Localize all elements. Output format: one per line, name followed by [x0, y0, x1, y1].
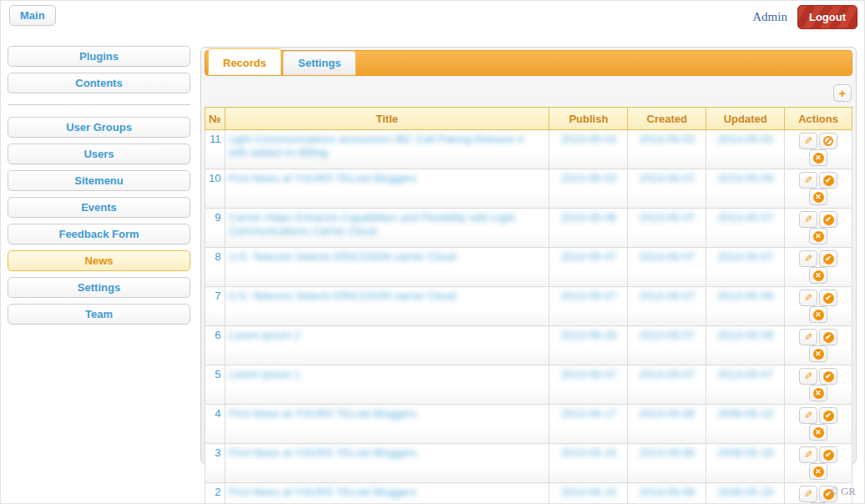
- publish-toggle-button[interactable]: ✔: [819, 446, 837, 463]
- sidebar-item-news[interactable]: News: [8, 250, 190, 271]
- record-number: 10: [205, 169, 225, 209]
- updated-date-text: 2013-05-09: [717, 172, 773, 185]
- delete-button[interactable]: ✕: [809, 189, 827, 205]
- record-number: 3: [205, 444, 225, 483]
- record-created-date: 2013-05-07: [628, 365, 706, 405]
- col-header-title: Title: [225, 108, 549, 130]
- tab-records[interactable]: Records: [208, 48, 281, 75]
- add-record-button[interactable]: +: [833, 84, 852, 102]
- table-row: 3First News at YOURS TELnet Bloggers2013…: [205, 444, 852, 483]
- edit-button[interactable]: ✎: [799, 250, 817, 267]
- edit-button[interactable]: ✎: [799, 446, 817, 463]
- edit-button[interactable]: ✎: [799, 368, 817, 385]
- col-header-updated: Updated: [706, 108, 785, 130]
- updated-date-text: 2008-05-19: [717, 407, 773, 421]
- records-table: № Title Publish Created Updated Actions …: [205, 107, 852, 504]
- edit-pencil-icon: ✎: [804, 332, 812, 342]
- record-title-link[interactable]: First News at YOURS TELnet Bloggers: [229, 407, 417, 421]
- record-title-link[interactable]: Light Communications announces IBC Call …: [229, 133, 546, 159]
- edit-pencil-icon: ✎: [804, 411, 812, 421]
- record-number: 11: [205, 130, 225, 169]
- published-check-icon: ✔: [823, 332, 834, 343]
- delete-button[interactable]: ✕: [809, 424, 827, 441]
- record-updated-date: 2013-05-09: [706, 169, 785, 209]
- record-actions-cell: ✎✔✕: [785, 326, 852, 365]
- main-button[interactable]: Main: [9, 5, 56, 26]
- record-actions-cell: ✎✔✕: [785, 444, 852, 483]
- sidebar: Plugins Contents User Groups Users Sitem…: [8, 46, 190, 330]
- publish-toggle-button[interactable]: ✔: [819, 329, 837, 345]
- sidebar-item-feedback-form[interactable]: Feedback Form: [8, 224, 190, 244]
- delete-button[interactable]: ✕: [809, 306, 827, 323]
- record-title-link[interactable]: First News at YOURS TELnet Bloggers: [229, 446, 417, 460]
- admin-link[interactable]: Admin: [752, 10, 787, 24]
- record-title-cell: U.S. Telecom Selects ERICSSON carrier Cl…: [225, 248, 549, 287]
- publish-date-text: 2013-05-07: [561, 368, 617, 381]
- delete-button[interactable]: ✕: [809, 385, 827, 401]
- record-title-link[interactable]: First News at YOURS TELnet Bloggers: [229, 172, 417, 185]
- sidebar-item-users[interactable]: Users: [8, 144, 190, 164]
- edit-button[interactable]: ✎: [799, 329, 817, 345]
- updated-date-text: 2013-05-07: [717, 250, 773, 264]
- sidebar-item-sitemenu[interactable]: Sitemenu: [8, 170, 190, 191]
- edit-pencil-icon: ✎: [804, 175, 812, 185]
- created-date-text: 2013-05-07: [640, 368, 696, 381]
- delete-button[interactable]: ✕: [809, 228, 827, 244]
- published-check-icon: ✔: [823, 371, 834, 382]
- edit-pencil-icon: ✎: [804, 450, 812, 460]
- edit-pencil-icon: ✎: [804, 214, 812, 224]
- logout-button[interactable]: Logout: [797, 5, 857, 29]
- delete-button[interactable]: ✕: [809, 267, 827, 284]
- record-actions-cell: ✎✔✕: [785, 405, 852, 444]
- record-title-cell: First News at YOURS TELnet Bloggers: [225, 169, 549, 209]
- publish-toggle-button[interactable]: ✔: [819, 368, 837, 385]
- record-title-link[interactable]: U.S. Telecom Selects ERICSSON carrier Cl…: [229, 250, 457, 264]
- created-date-text: 2013-05-07: [640, 250, 696, 264]
- published-check-icon: ✔: [823, 411, 834, 421]
- record-title-link[interactable]: Carrier Helps Enhance Capabilities and F…: [229, 211, 546, 238]
- edit-button[interactable]: ✎: [799, 486, 817, 502]
- record-number: 4: [205, 405, 225, 444]
- sidebar-item-plugins[interactable]: Plugins: [8, 46, 190, 67]
- record-title-link[interactable]: Lorem ipsum 1: [229, 368, 301, 381]
- created-date-text: 2013-05-08: [640, 486, 696, 499]
- publish-toggle-button[interactable]: ✔: [819, 250, 837, 267]
- record-title-cell: Lorem ipsum 1: [225, 365, 549, 405]
- sidebar-item-events[interactable]: Events: [8, 197, 190, 218]
- delete-button[interactable]: ✕: [809, 345, 827, 362]
- record-updated-date: 2013-05-07: [706, 365, 785, 405]
- publish-date-text: 2013-05-07: [561, 290, 617, 303]
- publish-toggle-button[interactable]: ✔: [819, 172, 837, 189]
- updated-date-text: 2013-05-03: [717, 133, 773, 146]
- publish-toggle-button[interactable]: ✔: [819, 211, 837, 228]
- col-header-num: №: [205, 108, 225, 130]
- sidebar-item-user-groups[interactable]: User Groups: [8, 117, 190, 138]
- record-title-link[interactable]: First News at YOURS TELnet Bloggers: [229, 486, 417, 499]
- edit-button[interactable]: ✎: [799, 290, 817, 306]
- edit-button[interactable]: ✎: [799, 133, 817, 149]
- publish-toggle-button[interactable]: ✔: [819, 290, 837, 306]
- delete-button[interactable]: ✕: [809, 149, 827, 166]
- record-number: 6: [205, 326, 225, 365]
- sidebar-item-settings[interactable]: Settings: [8, 277, 190, 298]
- edit-button[interactable]: ✎: [799, 407, 817, 424]
- edit-pencil-icon: ✎: [804, 293, 812, 303]
- edit-button[interactable]: ✎: [799, 211, 817, 228]
- delete-button[interactable]: ✕: [809, 463, 827, 480]
- record-updated-date: 2013-05-09: [706, 287, 785, 326]
- delete-x-icon: ✕: [813, 388, 824, 399]
- record-title-link[interactable]: U.S. Telecom Selects ERICSSON carrier Cl…: [229, 290, 457, 303]
- updated-date-text: 2008-05-19: [717, 486, 773, 499]
- record-title-link[interactable]: Lorem ipsum 2: [229, 329, 301, 342]
- sidebar-item-contents[interactable]: Contents: [8, 73, 190, 93]
- publish-toggle-button[interactable]: ✔: [819, 407, 837, 424]
- updated-date-text: 2013-05-07: [717, 211, 773, 224]
- sidebar-item-team[interactable]: Team: [8, 304, 190, 325]
- record-created-date: 2013-05-07: [628, 209, 706, 248]
- delete-x-icon: ✕: [813, 310, 824, 320]
- tab-settings[interactable]: Settings: [283, 51, 356, 75]
- record-publish-date: 2013-05-07: [549, 365, 628, 405]
- publish-toggle-button[interactable]: [819, 133, 837, 149]
- edit-button[interactable]: ✎: [799, 172, 817, 189]
- record-updated-date: 2013-05-07: [706, 209, 785, 248]
